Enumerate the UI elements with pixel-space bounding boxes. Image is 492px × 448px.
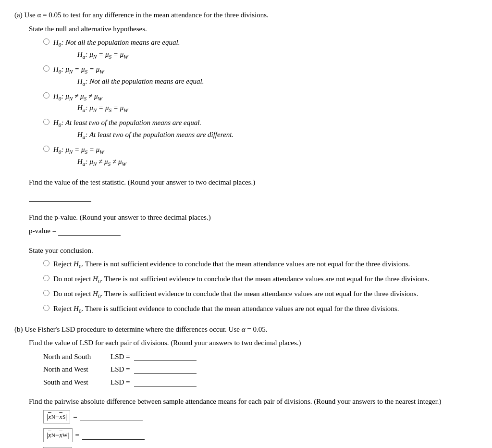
part-a-label: (a) Use α = 0.05 to test for any differe…	[14, 10, 478, 21]
hypothesis-radio-3[interactable]	[43, 92, 49, 99]
conclusion-text-1: Reject H0. There is not sufficient evide…	[53, 259, 410, 271]
pairwise-section: Find the pairwise absolute difference be…	[29, 396, 478, 448]
hypothesis-option-5[interactable]: H0: μN = μS = μW Ha: μN ≠ μS ≠ μW	[43, 144, 478, 168]
abs-diff-row-nw: |xN − xW| =	[43, 428, 478, 442]
conclusion-option-1[interactable]: Reject H0. There is not sufficient evide…	[43, 259, 478, 271]
part-b-section: (b) Use Fisher's LSD procedure to determ…	[14, 324, 478, 448]
find-pairwise-label: Find the pairwise absolute difference be…	[29, 396, 478, 407]
h0-option-2: H0: μN = μS = μW	[53, 64, 204, 76]
h0-option-4: H0: At least two of the population means…	[53, 117, 234, 129]
lsd-label-north-west: North and West	[43, 364, 111, 375]
lsd-label-north-south: North and South	[43, 351, 111, 362]
ha-option-3: Ha: μN = μS = μW	[77, 102, 128, 114]
state-hyp-label: State the null and alternative hypothese…	[29, 24, 478, 35]
abs-box-nw: |xN − xW|	[43, 428, 73, 442]
conclusion-radio-2[interactable]	[43, 275, 49, 281]
conclusion-text-2: Do not reject H0. There is not sufficien…	[53, 274, 429, 286]
ha-option-1: Ha: μN = μS = μW	[77, 49, 180, 61]
lsd-eq-north-south: LSD =	[111, 351, 130, 362]
lsd-label-south-west: South and West	[43, 377, 111, 388]
lsd-input-south-west[interactable]	[134, 378, 197, 386]
ha-option-4: Ha: At least two of the population means…	[77, 129, 234, 141]
part-b-label: (b) Use Fisher's LSD procedure to determ…	[14, 324, 478, 335]
ha-option-2: Ha: Not all the population means are equ…	[77, 76, 204, 88]
hypothesis-radio-1[interactable]	[43, 38, 49, 45]
hypothesis-radio-2[interactable]	[43, 65, 49, 72]
find-test-stat-label: Find the value of the test statistic. (R…	[29, 177, 478, 188]
abs-eq-ns: =	[73, 411, 77, 423]
conclusion-option-3[interactable]: Do not reject H0. There is sufficient ev…	[43, 288, 478, 300]
lsd-input-north-south[interactable]	[134, 352, 197, 361]
hypothesis-option-4[interactable]: H0: At least two of the population means…	[43, 117, 478, 141]
hypothesis-option-3[interactable]: H0: μN ≠ μS ≠ μW Ha: μN = μS = μW	[43, 91, 478, 115]
abs-diff-row-ns: |xN − xS| =	[43, 410, 478, 424]
hypothesis-radio-5[interactable]	[43, 146, 49, 152]
state-conclusion-label: State your conclusion.	[29, 245, 478, 256]
pvalue-input[interactable]	[58, 227, 121, 236]
h0-option-1: H0: Not all the population means are equ…	[53, 37, 180, 49]
lsd-section: Find the value of LSD for each pair of d…	[29, 337, 478, 387]
lsd-eq-south-west: LSD =	[111, 377, 130, 388]
hypothesis-option-2[interactable]: H0: μN = μS = μW Ha: Not all the populat…	[43, 64, 478, 88]
abs-eq-nw: =	[75, 430, 79, 441]
abs-box-ns: |xN − xS|	[43, 410, 70, 424]
test-stat-section: Find the value of the test statistic. (R…	[29, 177, 478, 203]
find-pvalue-label: Find the p-value. (Round your answer to …	[29, 212, 478, 223]
conclusion-radio-3[interactable]	[43, 290, 49, 296]
conclusion-option-4[interactable]: Reject H0. There is sufficient evidence …	[43, 303, 478, 315]
state-hypotheses-section: State the null and alternative hypothese…	[29, 24, 478, 168]
lsd-row-north-south: North and South LSD =	[43, 351, 478, 362]
abs-input-ns[interactable]	[80, 412, 143, 421]
conclusion-text-3: Do not reject H0. There is sufficient ev…	[53, 288, 418, 300]
hypothesis-radio-4[interactable]	[43, 119, 49, 125]
ha-option-5: Ha: μN ≠ μS ≠ μW	[77, 156, 126, 168]
conclusion-section: State your conclusion. Reject H0. There …	[29, 245, 478, 315]
part-a-section: (a) Use α = 0.05 to test for any differe…	[14, 10, 478, 315]
abs-input-nw[interactable]	[82, 431, 145, 440]
find-lsd-label: Find the value of LSD for each pair of d…	[29, 337, 478, 348]
test-stat-input[interactable]	[29, 193, 91, 202]
lsd-row-south-west: South and West LSD =	[43, 377, 478, 388]
conclusion-radio-4[interactable]	[43, 305, 49, 311]
conclusion-option-2[interactable]: Do not reject H0. There is not sufficien…	[43, 274, 478, 286]
h0-option-5: H0: μN = μS = μW	[53, 144, 126, 156]
conclusion-text-4: Reject H0. There is sufficient evidence …	[53, 303, 399, 315]
lsd-input-north-west[interactable]	[134, 365, 197, 374]
conclusion-radio-1[interactable]	[43, 260, 49, 266]
hypothesis-option-1[interactable]: H0: Not all the population means are equ…	[43, 37, 478, 61]
pvalue-section: Find the p-value. (Round your answer to …	[29, 212, 478, 236]
lsd-eq-north-west: LSD =	[111, 364, 130, 375]
pvalue-label: p-value =	[29, 225, 56, 236]
h0-option-3: H0: μN ≠ μS ≠ μW	[53, 91, 128, 103]
lsd-row-north-west: North and West LSD =	[43, 364, 478, 375]
